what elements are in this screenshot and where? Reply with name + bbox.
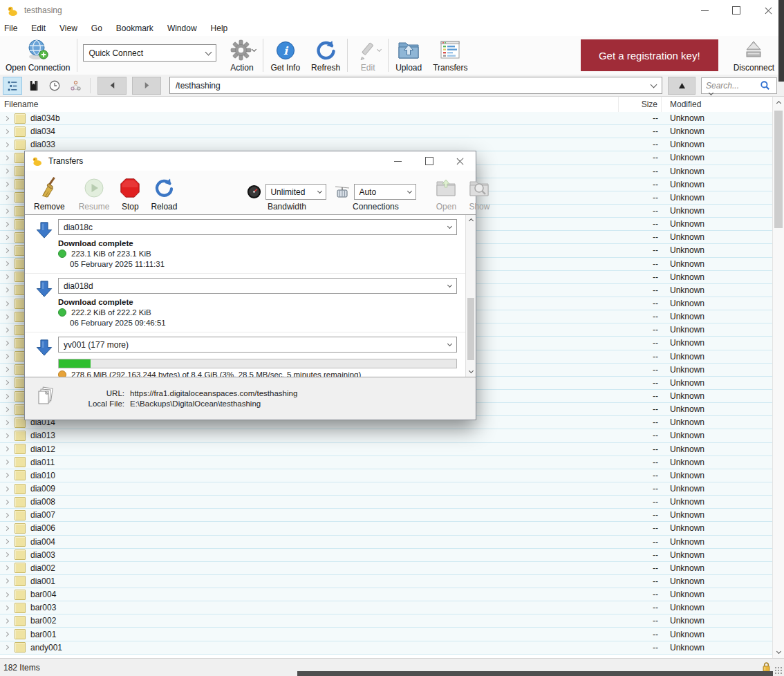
file-row[interactable]: dia013--Unknown: [0, 429, 772, 442]
reload-button[interactable]: Reload: [146, 171, 182, 214]
expand-chevron-icon[interactable]: [4, 129, 9, 134]
expand-chevron-icon[interactable]: [4, 341, 9, 346]
file-row[interactable]: dia008--Unknown: [0, 496, 772, 509]
transfer-item[interactable]: dia018cDownload complete223.1 KiB of 223…: [25, 215, 465, 274]
file-row[interactable]: dia034b--Unknown: [0, 112, 772, 125]
dialog-maximize-button[interactable]: [413, 151, 445, 171]
scroll-up-arrow[interactable]: [466, 215, 476, 225]
file-row[interactable]: dia003--Unknown: [0, 549, 772, 562]
expand-chevron-icon[interactable]: [4, 605, 9, 610]
file-row[interactable]: dia001--Unknown: [0, 575, 772, 588]
open-button[interactable]: Open: [429, 171, 463, 214]
transfer-name-dropdown[interactable]: dia018c: [58, 219, 457, 235]
transfer-list-scrollbar[interactable]: [465, 215, 476, 377]
menu-go[interactable]: Go: [84, 24, 109, 33]
expand-chevron-icon[interactable]: [4, 380, 9, 385]
expand-chevron-icon[interactable]: [4, 393, 9, 398]
menu-edit[interactable]: Edit: [24, 24, 53, 33]
expand-chevron-icon[interactable]: [4, 645, 9, 650]
transfer-name-dropdown[interactable]: yv001 (177 more): [58, 337, 457, 353]
remove-button[interactable]: Remove: [29, 171, 70, 214]
menu-bookmark[interactable]: Bookmark: [109, 24, 160, 33]
file-row[interactable]: dia010--Unknown: [0, 469, 772, 482]
transfer-name-dropdown[interactable]: dia018d: [58, 278, 457, 294]
scroll-down-arrow[interactable]: [466, 367, 476, 377]
expand-chevron-icon[interactable]: [4, 433, 9, 438]
transfers-button[interactable]: Transfers: [427, 36, 473, 75]
back-button[interactable]: [97, 77, 127, 95]
refresh-button[interactable]: Refresh: [306, 36, 346, 75]
menu-window[interactable]: Window: [160, 24, 204, 33]
maximize-button[interactable]: [720, 0, 752, 21]
file-row[interactable]: andy001--Unknown: [0, 641, 772, 655]
edit-button[interactable]: Edit: [349, 36, 386, 75]
transfer-item[interactable]: yv001 (177 more)278.6 MiB (292,163,244 b…: [25, 332, 465, 377]
quick-connect-combobox[interactable]: Quick Connect: [83, 44, 216, 62]
expand-chevron-icon[interactable]: [4, 182, 9, 187]
bookmarks-view-toggle[interactable]: [25, 77, 43, 94]
scrollbar-thumb[interactable]: [774, 111, 783, 228]
stop-button[interactable]: Stop: [114, 171, 146, 214]
file-row[interactable]: dia033--Unknown: [0, 138, 772, 151]
resume-button[interactable]: Resume: [74, 171, 115, 214]
file-row[interactable]: dia034--Unknown: [0, 125, 772, 138]
expand-chevron-icon[interactable]: [4, 261, 9, 266]
expand-chevron-icon[interactable]: [4, 420, 9, 425]
bandwidth-combobox[interactable]: Unlimited: [265, 184, 326, 200]
expand-chevron-icon[interactable]: [4, 195, 9, 200]
file-row[interactable]: dia002--Unknown: [0, 562, 772, 575]
file-row[interactable]: dia009--Unknown: [0, 482, 772, 496]
dialog-close-button[interactable]: [445, 151, 476, 171]
connections-combobox[interactable]: Auto: [354, 184, 416, 200]
expand-chevron-icon[interactable]: [4, 209, 9, 214]
menu-help[interactable]: Help: [204, 24, 235, 33]
file-row[interactable]: dia012--Unknown: [0, 443, 772, 456]
expand-chevron-icon[interactable]: [4, 142, 9, 147]
upload-button[interactable]: Upload: [390, 36, 427, 75]
expand-chevron-icon[interactable]: [4, 526, 9, 531]
expand-chevron-icon[interactable]: [4, 301, 9, 306]
expand-chevron-icon[interactable]: [4, 539, 9, 544]
get-info-button[interactable]: i Get Info: [265, 36, 306, 75]
file-row[interactable]: dia006--Unknown: [0, 522, 772, 535]
expand-chevron-icon[interactable]: [4, 565, 9, 570]
disconnect-button[interactable]: Disconnect: [728, 36, 780, 75]
browser-view-toggle[interactable]: [3, 77, 22, 95]
expand-chevron-icon[interactable]: [4, 222, 9, 227]
resize-grip[interactable]: [774, 666, 783, 675]
file-row[interactable]: dia007--Unknown: [0, 509, 772, 522]
column-modified[interactable]: Modified: [661, 97, 772, 112]
scroll-up-arrow[interactable]: [773, 97, 784, 108]
bonjour-view-toggle[interactable]: [66, 77, 84, 94]
go-up-button[interactable]: [668, 77, 696, 95]
action-button[interactable]: Action: [222, 36, 261, 75]
file-row[interactable]: bar003--Unknown: [0, 601, 772, 614]
file-row[interactable]: dia004--Unknown: [0, 536, 772, 549]
path-combobox[interactable]: /testhashing: [169, 77, 662, 94]
transfer-item[interactable]: dia018dDownload complete222.2 KiB of 222…: [25, 274, 465, 332]
expand-chevron-icon[interactable]: [4, 473, 9, 478]
history-view-toggle[interactable]: [46, 77, 64, 94]
expand-chevron-icon[interactable]: [4, 579, 9, 583]
expand-chevron-icon[interactable]: [4, 156, 9, 160]
expand-chevron-icon[interactable]: [4, 632, 9, 637]
expand-chevron-icon[interactable]: [4, 248, 9, 253]
expand-chevron-icon[interactable]: [4, 116, 9, 121]
expand-chevron-icon[interactable]: [4, 500, 9, 505]
expand-chevron-icon[interactable]: [4, 328, 9, 332]
dialog-minimize-button[interactable]: [382, 151, 413, 171]
search-box[interactable]: [701, 77, 777, 94]
vertical-scrollbar[interactable]: [772, 97, 784, 658]
expand-chevron-icon[interactable]: [4, 407, 9, 412]
file-row[interactable]: bar002--Unknown: [0, 614, 772, 628]
column-size[interactable]: Size: [618, 97, 657, 112]
expand-chevron-icon[interactable]: [4, 288, 9, 292]
minimize-button[interactable]: [689, 0, 720, 21]
menu-file[interactable]: File: [0, 24, 24, 33]
expand-chevron-icon[interactable]: [4, 447, 9, 451]
expand-chevron-icon[interactable]: [4, 592, 9, 597]
expand-chevron-icon[interactable]: [4, 513, 9, 518]
file-row[interactable]: bar004--Unknown: [0, 588, 772, 601]
scrollbar-thumb[interactable]: [467, 298, 474, 360]
file-row[interactable]: bar001--Unknown: [0, 628, 772, 641]
